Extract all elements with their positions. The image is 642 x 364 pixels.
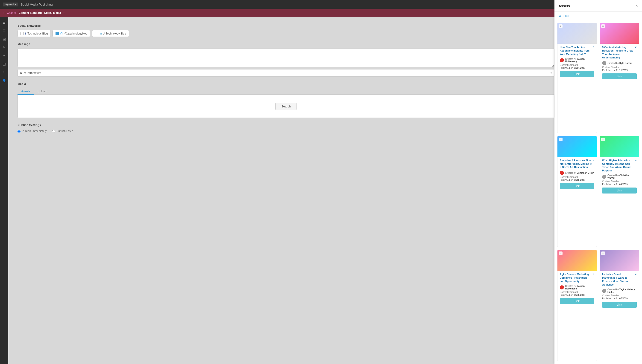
publish-settings-title: Publish Settings [18,123,554,127]
asset-doc-icon-4: ≡ [601,138,605,141]
asset-link-btn-1[interactable]: Link [560,71,594,77]
asset-title-1: How Can You Achieve Actionable Insights … [560,46,594,56]
asset-published-4: Published on 01/09/2019 [602,183,637,186]
assets-grid: ≡ How Can You Achieve Actionable Insight… [554,20,642,364]
tab-upload[interactable]: Upload [34,88,50,95]
sidebar-item-user[interactable]: 👤 [1,77,7,84]
asset-external-link-icon-6: ↗ [635,273,637,276]
asset-created-5: Created by Lauren McMenemy [565,285,594,290]
logo-text: skyword [5,3,14,6]
assets-close-button[interactable]: × [635,4,638,8]
sidebar-item-star[interactable]: ✦ [1,52,7,59]
asset-title-link-2[interactable]: 3 Content Marketing Research Tactics to … [602,46,634,59]
message-textarea[interactable] [18,48,554,67]
asset-external-link-icon-3: ↗ [592,159,594,162]
publish-immediately-option[interactable]: Publish Immediately [18,130,47,133]
channel-icon: ⊞ [3,11,6,15]
linkedin-checkbox[interactable] [95,32,98,35]
asset-external-link-icon-2: ↗ [635,46,637,48]
asset-meta-3: Created by Jonathan Crowl [560,171,594,175]
social-networks-list: f Technology Blog ✓ @ @atechnologyblog i… [18,30,554,37]
utm-parameters-row[interactable]: UTM Parameters ▾ [18,69,554,76]
sidebar-item-grid[interactable]: ⊞ [1,19,7,26]
asset-avatar-4 [602,175,606,179]
asset-card-1[interactable]: ≡ How Can You Achieve Actionable Insight… [557,23,597,133]
publish-immediately-radio[interactable] [18,130,21,133]
asset-card-2[interactable]: ≡ 3 Content Marketing Research Tactics t… [600,23,639,133]
asset-channel-5: Content Standard [560,291,594,293]
asset-link-btn-6[interactable]: Link [602,302,637,308]
asset-title-4: What Higher Education Content Marketing … [602,159,637,172]
asset-card-3[interactable]: ≡ Snapchat AR Ads are Now More Affordabl… [557,136,597,247]
topbar: skyword ▾ Social Media Publishing [0,0,642,9]
asset-body-3: Snapchat AR Ads are Now More Affordable,… [557,157,597,191]
asset-link-btn-2[interactable]: Link [602,74,637,80]
asset-meta-6: Created by Taylor Mallory Holl... [602,288,637,293]
media-tabs: Assets Upload [18,88,554,95]
asset-doc-icon-5: ≡ [559,252,562,255]
media-section: Media Assets Upload Search [18,82,554,118]
asset-card-5[interactable]: ≡ Agile Content Marketing Combines Prepa… [557,250,597,361]
sidebar-item-content[interactable]: ▣ [1,36,7,42]
form-panel: Social Networks f Technology Blog ✓ @ @a… [8,17,564,364]
channel-name: Content Standard - Social Media [19,11,61,14]
asset-image-4: ≡ [600,136,639,157]
asset-external-link-icon-1: ↗ [592,46,594,48]
asset-body-1: How Can You Achieve Actionable Insights … [557,44,597,79]
asset-link-btn-4[interactable]: Link [602,188,637,194]
asset-published-5: Published on 01/08/2019 [560,294,594,296]
asset-title-link-5[interactable]: Agile Content Marketing Combines Prepara… [560,273,592,283]
asset-avatar-5 [560,285,564,290]
asset-title-link-3[interactable]: Snapchat AR Ads are Now More Affordable,… [560,159,592,169]
app-logo[interactable]: skyword ▾ [3,2,18,6]
channel-dropdown-icon[interactable]: ▾ [63,12,65,14]
twitter-icon: @ [60,32,63,35]
asset-channel-2: Content Standard [602,66,637,68]
sidebar-item-layout[interactable]: ◫ [1,61,7,67]
asset-created-6: Created by Taylor Mallory Holl... [607,288,637,293]
asset-external-link-icon-4: ↗ [635,159,637,162]
asset-channel-6: Content Standard [602,294,637,297]
asset-card-4[interactable]: ≡ What Higher Education Content Marketin… [600,136,639,247]
asset-meta-2: Created by Kyle Harper [602,61,637,65]
publish-immediately-label: Publish Immediately [22,130,47,133]
asset-title-link-6[interactable]: Inclusive Brand Marketing: 4 Ways to Fos… [602,273,634,286]
facebook-checkbox[interactable] [21,32,24,35]
asset-image-2: ≡ [600,23,639,44]
media-box: Search [18,95,554,118]
social-networks-title: Social Networks [18,24,554,28]
publish-settings-section: Publish Settings Publish Immediately Pub… [18,123,554,133]
asset-title-link-4[interactable]: What Higher Education Content Marketing … [602,159,634,172]
asset-body-6: Inclusive Brand Marketing: 4 Ways to Fos… [600,271,639,309]
publish-later-radio[interactable] [52,130,55,133]
asset-link-btn-3[interactable]: Link [560,183,594,189]
asset-meta-4: Created by Christine Warner [602,174,637,179]
media-title: Media [18,82,554,86]
assets-title: Assets [559,4,570,8]
asset-title-2: 3 Content Marketing Research Tactics to … [602,46,637,59]
asset-card-6[interactable]: ≡ Inclusive Brand Marketing: 4 Ways to F… [600,250,639,361]
asset-image-6: ≡ [600,250,639,271]
asset-link-btn-5[interactable]: Link [560,298,594,304]
asset-created-2: Created by Kyle Harper [607,62,632,64]
asset-doc-icon-3: ≡ [559,138,562,141]
tab-assets[interactable]: Assets [18,88,34,95]
assets-filter[interactable]: ⚙ Filter [554,12,642,20]
asset-title-link-1[interactable]: How Can You Achieve Actionable Insights … [560,46,592,56]
publish-later-option[interactable]: Publish Later [52,130,73,133]
twitter-label: @atechnologyblog [65,32,88,35]
asset-external-link-icon-5: ↗ [592,273,594,276]
linkedin-icon: in [100,32,102,35]
asset-doc-icon-2: ≡ [601,24,605,28]
twitter-network-btn[interactable]: ✓ @ @atechnologyblog [53,30,90,37]
sidebar-item-analytics[interactable]: ∿ [1,69,7,76]
filter-label: Filter [563,14,569,18]
assets-header: Assets × [554,0,642,12]
facebook-network-btn[interactable]: f Technology Blog [18,30,51,37]
twitter-checkbox[interactable]: ✓ [56,32,59,35]
sidebar-item-list[interactable]: ☰ [1,28,7,34]
sidebar-item-edit[interactable]: ✎ [1,44,7,50]
channel-bar: ⊞ Channel Content Standard - Social Medi… [0,9,642,17]
search-button[interactable]: Search [276,102,296,110]
linkedin-network-btn[interactable]: in A Technology Blog [92,30,129,37]
